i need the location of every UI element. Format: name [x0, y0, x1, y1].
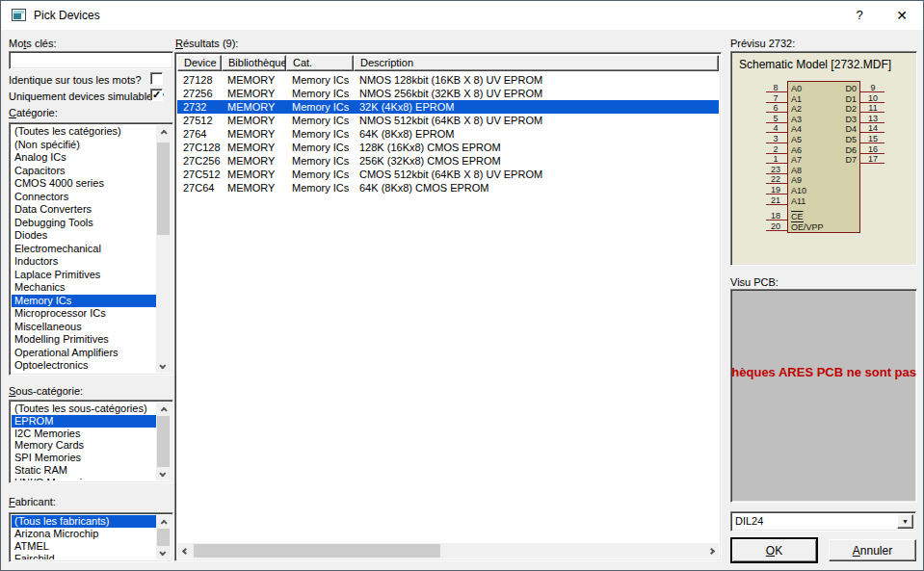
result-cell: Memory ICs: [286, 114, 354, 127]
result-row[interactable]: 2764MEMORYMemory ICs64K (8Kx8) EPROM: [177, 127, 719, 141]
category-item[interactable]: Capacitors: [12, 165, 156, 178]
chevron-up-icon: [161, 406, 168, 413]
category-item[interactable]: Optoelectronics: [12, 359, 156, 373]
category-item[interactable]: PICAXE: [12, 373, 156, 374]
category-item[interactable]: Memory ICs: [12, 295, 156, 308]
chevron-up-icon: [161, 129, 168, 136]
pin-number: 16: [861, 144, 884, 154]
pin-label: A5: [791, 135, 802, 144]
results-horizontal-scrollbar[interactable]: [177, 543, 719, 558]
keywords-input[interactable]: [9, 51, 173, 69]
result-cell: Memory ICs: [286, 73, 354, 87]
column-header-biblioth-que[interactable]: Bibliothèque: [222, 55, 286, 71]
result-row[interactable]: 27C64MEMORYMemory ICs64K (8Kx8) CMOS EPR…: [177, 181, 719, 195]
cancel-button[interactable]: Annuler: [829, 539, 916, 561]
keywords-label: Mots clés:: [9, 38, 57, 49]
manufacturer-scrollbar[interactable]: [156, 515, 171, 559]
scrollbar-thumb[interactable]: [157, 529, 170, 546]
subcategory-item[interactable]: UNI/O Memories: [12, 477, 156, 480]
pin-label: D1: [820, 94, 857, 104]
scrollbar-track[interactable]: [193, 543, 703, 558]
manufacturer-item[interactable]: (Tous les fabricants): [12, 515, 156, 528]
result-row[interactable]: 27C512MEMORYMemory ICsCMOS 512kbit (64KB…: [177, 168, 719, 181]
category-item[interactable]: Analog ICs: [12, 151, 156, 165]
result-cell: NMOS 512kbit (64KB X 8) UV EPROM: [354, 114, 719, 127]
pin-number: 14: [861, 123, 884, 133]
category-item[interactable]: Microprocessor ICs: [12, 307, 156, 321]
category-item[interactable]: Debugging Tools: [12, 217, 156, 230]
category-item[interactable]: (Toutes les catégories): [12, 125, 156, 139]
results-listview[interactable]: DeviceBibliothèqueCat.Description 27128M…: [174, 52, 722, 561]
subcategory-item[interactable]: SPI Memories: [12, 452, 156, 464]
subcategory-scrollbar[interactable]: [156, 402, 171, 480]
result-cell: 27C512: [177, 168, 222, 181]
category-item[interactable]: (Non spécifié): [12, 139, 156, 152]
category-item[interactable]: Data Converters: [12, 203, 156, 217]
scrollbar-track[interactable]: [156, 416, 171, 467]
scroll-down-button[interactable]: [156, 546, 171, 559]
simulatable-only-checkbox[interactable]: ✓: [150, 89, 163, 101]
subcategory-item[interactable]: (Toutes les sous-catégories): [12, 402, 156, 415]
schematic-preview-label: Prévisu 2732:: [730, 38, 795, 49]
result-cell: MEMORY: [222, 114, 286, 127]
category-item[interactable]: Inductors: [12, 255, 156, 269]
subcategory-item[interactable]: Memory Cards: [12, 439, 156, 452]
manufacturer-listbox[interactable]: (Tous les fabricants)Arizona MicrochipAT…: [9, 512, 173, 562]
pin-label: A6: [791, 145, 802, 155]
subcategory-listbox[interactable]: (Toutes les sous-catégories)EPROMI2C Mem…: [9, 400, 173, 483]
scroll-down-button[interactable]: [156, 467, 171, 480]
ok-button[interactable]: OK: [730, 537, 818, 563]
scroll-up-button[interactable]: [156, 515, 171, 529]
pin-label: D2: [820, 104, 857, 114]
category-scrollbar[interactable]: [156, 125, 171, 373]
pcb-preview: thèques ARES PCB ne sont pas i: [730, 289, 917, 503]
category-item[interactable]: Electromechanical: [12, 243, 156, 256]
pin-number: 13: [861, 114, 884, 123]
column-header-cat-[interactable]: Cat.: [286, 55, 354, 71]
category-item[interactable]: Mechanics: [12, 281, 156, 295]
scrollbar-thumb[interactable]: [194, 544, 440, 558]
category-item[interactable]: Laplace Primitives: [12, 269, 156, 282]
result-row[interactable]: 27128MEMORYMemory ICsNMOS 128kbit (16KB …: [177, 73, 719, 87]
result-row[interactable]: 27256MEMORYMemory ICsNMOS 256kbit (32KB …: [177, 87, 719, 100]
scroll-up-button[interactable]: [156, 402, 171, 416]
subcategory-item[interactable]: I2C Memories: [12, 428, 156, 440]
scroll-down-button[interactable]: [156, 359, 171, 373]
scroll-up-button[interactable]: [156, 125, 171, 139]
help-button[interactable]: ?: [838, 1, 881, 30]
pin-number: 15: [861, 134, 884, 143]
subcategory-item[interactable]: EPROM: [12, 415, 156, 428]
subcategory-item[interactable]: Static RAM: [12, 464, 156, 477]
scrollbar-thumb[interactable]: [157, 416, 170, 467]
scroll-right-button[interactable]: [703, 543, 719, 558]
scrollbar-thumb[interactable]: [157, 143, 170, 235]
pin-number: 17: [861, 154, 884, 164]
scrollbar-track[interactable]: [156, 139, 171, 359]
category-item[interactable]: Modelling Primitives: [12, 333, 156, 347]
result-row[interactable]: 27512MEMORYMemory ICsNMOS 512kbit (64KB …: [177, 114, 719, 127]
category-listbox[interactable]: (Toutes les catégories)(Non spécifié)Ana…: [9, 122, 173, 376]
column-header-description[interactable]: Description: [354, 55, 719, 71]
package-combobox[interactable]: DIL24 ▼: [730, 511, 916, 532]
match-all-words-checkbox[interactable]: [150, 72, 163, 85]
category-item[interactable]: Diodes: [12, 229, 156, 243]
result-row[interactable]: 2732MEMORYMemory ICs32K (4Kx8) EPROM: [177, 100, 719, 114]
pin-number: 11: [861, 103, 884, 113]
category-item[interactable]: Connectors: [12, 191, 156, 204]
result-cell: MEMORY: [222, 100, 286, 114]
category-item[interactable]: Operational Amplifiers: [12, 347, 156, 360]
scrollbar-track[interactable]: [156, 529, 171, 546]
result-row[interactable]: 27C128MEMORYMemory ICs128K (16Kx8) CMOS …: [177, 141, 719, 154]
manufacturer-item[interactable]: Arizona Microchip: [12, 528, 156, 540]
manufacturer-item[interactable]: Fairchild: [12, 553, 156, 559]
close-button[interactable]: ✕: [881, 1, 923, 30]
column-header-device[interactable]: Device: [177, 55, 222, 71]
scroll-left-button[interactable]: [177, 543, 193, 558]
result-row[interactable]: 27C256MEMORYMemory ICs256K (32Kx8) CMOS …: [177, 154, 719, 168]
manufacturer-item[interactable]: ATMEL: [12, 540, 156, 553]
package-value: DIL24: [735, 515, 763, 527]
category-item[interactable]: CMOS 4000 series: [12, 177, 156, 191]
pin-label: CE: [791, 212, 804, 221]
combo-dropdown-button[interactable]: ▼: [897, 514, 913, 529]
category-item[interactable]: Miscellaneous: [12, 321, 156, 334]
